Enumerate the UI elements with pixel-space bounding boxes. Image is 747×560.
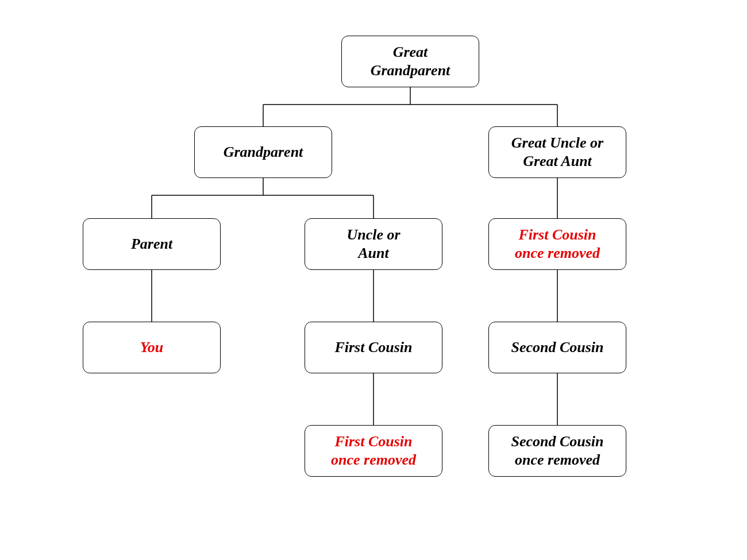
node-first-cousin-once-removed-upper: First Cousin once removed bbox=[488, 218, 626, 270]
label-great-uncle-aunt: Great Uncle or Great Aunt bbox=[511, 134, 603, 171]
label-parent: Parent bbox=[131, 235, 172, 254]
node-grandparent: Grandparent bbox=[194, 126, 332, 178]
node-you: You bbox=[83, 322, 221, 373]
label-first-cousin-once-removed-upper: First Cousin once removed bbox=[515, 226, 600, 263]
label-great-grandparent: Great Grandparent bbox=[371, 43, 450, 80]
label-uncle-aunt: Uncle or Aunt bbox=[346, 226, 400, 263]
node-great-uncle-aunt: Great Uncle or Great Aunt bbox=[488, 126, 626, 178]
family-tree-diagram: Great Grandparent Grandparent Great Uncl… bbox=[0, 0, 747, 560]
node-parent: Parent bbox=[83, 218, 221, 270]
node-great-grandparent: Great Grandparent bbox=[341, 36, 479, 87]
label-you: You bbox=[140, 338, 163, 357]
label-first-cousin: First Cousin bbox=[334, 338, 412, 357]
node-second-cousin: Second Cousin bbox=[488, 322, 626, 373]
label-first-cousin-once-removed-lower: First Cousin once removed bbox=[331, 432, 416, 470]
label-second-cousin-once-removed: Second Cousin once removed bbox=[511, 432, 603, 470]
label-second-cousin: Second Cousin bbox=[511, 338, 603, 357]
node-first-cousin-once-removed-lower: First Cousin once removed bbox=[305, 425, 442, 477]
node-uncle-aunt: Uncle or Aunt bbox=[305, 218, 442, 270]
label-grandparent: Grandparent bbox=[224, 143, 303, 162]
node-second-cousin-once-removed: Second Cousin once removed bbox=[488, 425, 626, 477]
node-first-cousin: First Cousin bbox=[305, 322, 442, 373]
